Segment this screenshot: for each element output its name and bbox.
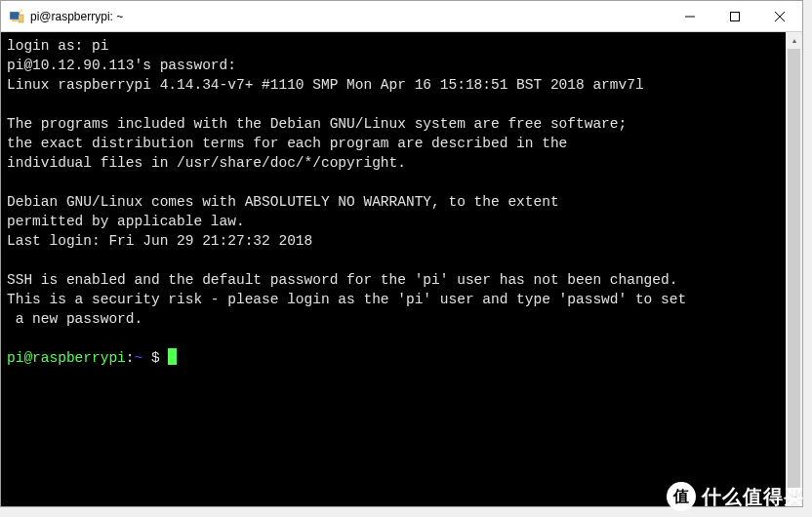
motd-line: the exact distribution terms for each pr…	[7, 136, 567, 151]
ssh-warning: SSH is enabled and the default password …	[7, 272, 677, 288]
svg-rect-0	[10, 12, 20, 20]
svg-rect-5	[731, 12, 740, 20]
prompt-colon: :	[126, 350, 135, 366]
prompt-path: ~	[135, 350, 143, 366]
minimize-button[interactable]	[668, 1, 712, 31]
ssh-warning: a new password.	[7, 311, 142, 327]
warranty-line: permitted by applicable law.	[7, 214, 245, 229]
svg-line-3	[19, 10, 22, 13]
last-login: Last login: Fri Jun 29 21:27:32 2018	[7, 233, 312, 249]
prompt-user: pi@raspberrypi	[7, 350, 126, 366]
svg-rect-2	[19, 15, 23, 22]
titlebar: pi@raspberrypi: ~	[1, 1, 802, 32]
login-prompt: login as: pi	[7, 38, 108, 54]
scrollbar-track[interactable]	[786, 49, 802, 490]
scrollbar-thumb[interactable]	[788, 49, 800, 490]
motd-line: individual files in /usr/share/doc/*/cop…	[7, 155, 406, 171]
watermark-text: 什么值得买	[702, 484, 804, 510]
terminal[interactable]: login as: pi pi@10.12.90.113's password:…	[1, 32, 786, 506]
scrollbar-up-arrow[interactable]: ▴	[786, 32, 802, 49]
putty-window: pi@raspberrypi: ~ login as: pi pi@10.12.…	[0, 0, 803, 507]
scrollbar[interactable]: ▴ ▾	[786, 32, 802, 506]
watermark-logo: 值	[667, 482, 696, 511]
close-button[interactable]	[757, 1, 802, 31]
svg-rect-1	[12, 20, 18, 21]
window-controls	[668, 1, 802, 31]
motd-line: The programs included with the Debian GN…	[7, 116, 627, 132]
ssh-warning: This is a security risk - please login a…	[7, 292, 686, 307]
password-prompt: pi@10.12.90.113's password:	[7, 58, 236, 73]
cursor	[168, 348, 177, 365]
maximize-button[interactable]	[712, 1, 757, 31]
putty-icon	[9, 9, 24, 24]
warranty-line: Debian GNU/Linux comes with ABSOLUTELY N…	[7, 194, 559, 210]
terminal-area: login as: pi pi@10.12.90.113's password:…	[1, 32, 802, 506]
window-title: pi@raspberrypi: ~	[30, 10, 668, 23]
prompt-dollar: $	[142, 350, 168, 366]
watermark: 值 什么值得买	[667, 482, 804, 511]
kernel-line: Linux raspberrypi 4.14.34-v7+ #1110 SMP …	[7, 77, 644, 93]
